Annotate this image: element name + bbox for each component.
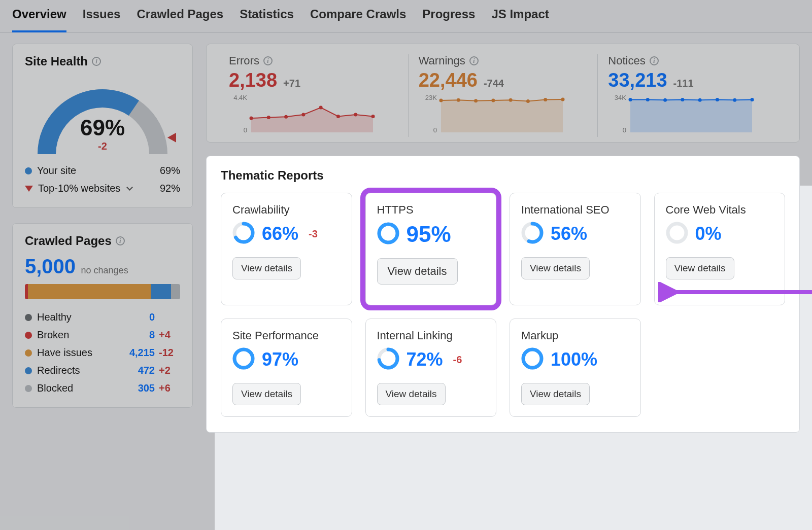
dot-icon	[25, 385, 32, 392]
status-errors[interactable]: Errorsi2,138+714.4K0	[219, 54, 408, 137]
dot-icon	[25, 349, 32, 357]
crawled-row-healthy[interactable]: Healthy0–	[25, 308, 180, 326]
view-details-button[interactable]: View details	[666, 257, 734, 279]
status-warnings[interactable]: Warningsi22,446-74423K0	[408, 54, 598, 137]
info-icon[interactable]: i	[469, 56, 479, 65]
tab-progress[interactable]: Progress	[422, 7, 475, 32]
view-details-button[interactable]: View details	[521, 383, 590, 405]
report-delta: -6	[453, 354, 462, 366]
sparkline-notices: 34K0	[608, 94, 755, 135]
svg-point-28	[716, 98, 719, 101]
donut-icon	[666, 222, 688, 246]
crawled-row-label: Broken	[37, 329, 69, 341]
tab-crawled-pages[interactable]: Crawled Pages	[137, 7, 223, 32]
view-details-button[interactable]: View details	[377, 383, 446, 405]
dot-icon	[25, 167, 32, 174]
svg-point-4	[267, 116, 270, 119]
report-core-web-vitals: Core Web Vitals0%View details	[654, 193, 786, 305]
report-title: HTTPS	[377, 203, 485, 217]
bar-segment-redirects	[151, 284, 171, 299]
info-icon[interactable]: i	[92, 57, 101, 66]
report-title: Site Performance	[232, 329, 341, 342]
dot-icon	[25, 332, 32, 339]
tab-overview[interactable]: Overview	[12, 7, 66, 32]
crawled-row-label: Healthy	[37, 311, 72, 323]
svg-text:0: 0	[244, 126, 247, 134]
donut-icon	[232, 222, 255, 246]
chevron-down-icon[interactable]	[126, 184, 133, 191]
legend-top10-label[interactable]: Top-10% websites	[38, 183, 120, 194]
info-icon[interactable]: i	[116, 236, 125, 245]
tab-bar: OverviewIssuesCrawled PagesStatisticsCom…	[0, 0, 812, 32]
donut-icon	[377, 222, 399, 246]
svg-point-25	[663, 98, 667, 102]
crawled-row-delta: -12	[155, 347, 180, 359]
report-pct: 72%	[407, 349, 443, 370]
svg-point-5	[284, 115, 288, 119]
report-delta: -3	[309, 228, 318, 240]
donut-icon	[521, 347, 544, 372]
crawled-row-value: 472	[114, 365, 155, 376]
status-title: Notices	[608, 54, 645, 67]
crawled-row-delta: +2	[155, 365, 180, 376]
view-details-button[interactable]: View details	[232, 383, 301, 405]
svg-point-37	[668, 224, 686, 242]
dot-icon	[25, 367, 32, 374]
crawled-row-blocked[interactable]: Blocked305+6	[25, 379, 180, 397]
report-pct: 66%	[262, 223, 298, 244]
crawled-row-delta: +4	[155, 329, 180, 341]
view-details-button[interactable]: View details	[232, 257, 301, 279]
site-health-card: Site Health i 69% -2 Your site 69%	[12, 44, 193, 208]
svg-text:0: 0	[623, 126, 626, 134]
site-health-score: 69%	[80, 115, 125, 140]
svg-point-6	[301, 113, 305, 117]
svg-point-18	[526, 99, 530, 103]
info-icon[interactable]: i	[650, 56, 659, 65]
svg-point-27	[698, 98, 702, 102]
donut-icon	[521, 222, 544, 246]
crawled-row-value: 8	[114, 329, 155, 341]
site-health-title: Site Health	[25, 54, 88, 68]
view-details-button[interactable]: View details	[377, 258, 458, 285]
crawled-pages-total[interactable]: 5,000	[25, 255, 76, 277]
crawled-row-delta: +6	[155, 382, 180, 394]
report-international-seo: International SEO56%View details	[510, 193, 641, 305]
view-details-button[interactable]: View details	[521, 257, 590, 279]
report-title: Internal Linking	[377, 329, 485, 342]
tab-issues[interactable]: Issues	[83, 7, 121, 32]
report-title: Crawlability	[232, 203, 341, 217]
crawled-row-broken[interactable]: Broken8+4	[25, 326, 180, 344]
svg-point-9	[354, 113, 357, 117]
tab-js-impact[interactable]: JS Impact	[491, 7, 549, 32]
tab-statistics[interactable]: Statistics	[240, 7, 294, 32]
crawled-row-redirects[interactable]: Redirects472+2	[25, 362, 180, 379]
donut-icon	[377, 347, 399, 372]
svg-point-26	[681, 98, 685, 101]
svg-point-8	[336, 115, 340, 118]
dot-icon	[25, 314, 32, 321]
svg-text:34K: 34K	[615, 94, 626, 101]
status-delta: -111	[673, 78, 694, 89]
report-title: Core Web Vitals	[666, 203, 774, 217]
report-pct: 0%	[695, 223, 722, 244]
bar-segment-have_issues	[28, 284, 151, 299]
svg-text:0: 0	[433, 126, 436, 134]
legend-top10-value: 92%	[160, 183, 180, 194]
report-pct: 100%	[551, 349, 597, 370]
svg-point-15	[474, 99, 478, 102]
info-icon[interactable]: i	[263, 56, 273, 65]
sparkline-warnings: 23K0	[419, 94, 566, 135]
thematic-title: Thematic Reports	[221, 168, 785, 183]
svg-text:23K: 23K	[425, 94, 437, 101]
svg-point-7	[319, 106, 323, 110]
legend-your-site-value: 69%	[160, 165, 180, 176]
crawled-row-value: 0	[114, 311, 155, 323]
crawled-pages-subtitle: no changes	[81, 265, 128, 275]
svg-point-30	[751, 98, 754, 101]
tab-compare-crawls[interactable]: Compare Crawls	[310, 7, 406, 32]
svg-point-23	[629, 98, 632, 101]
status-delta: -744	[484, 78, 504, 89]
status-notices[interactable]: Noticesi33,213-11134K0	[597, 54, 787, 137]
bar-segment-blocked	[171, 284, 180, 299]
crawled-row-have-issues[interactable]: Have issues4,215-12	[25, 344, 180, 362]
